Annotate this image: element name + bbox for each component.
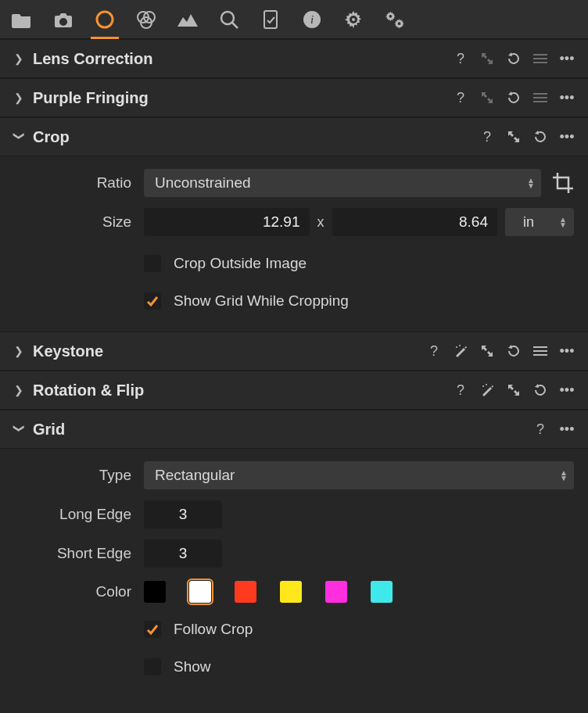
crop-outside-label: Crop Outside Image	[174, 255, 307, 272]
expand-icon[interactable]	[479, 50, 496, 67]
more-icon[interactable]: •••	[558, 342, 575, 360]
show-grid-checkbox[interactable]	[144, 292, 161, 310]
more-icon[interactable]: •••	[558, 89, 575, 106]
help-icon[interactable]: ?	[425, 342, 443, 360]
reset-icon[interactable]	[532, 128, 549, 145]
keystone-title: Keystone	[33, 342, 418, 360]
size-height-input[interactable]: 8.64	[332, 208, 498, 236]
color-label: Color	[14, 583, 131, 600]
lens-correction-title: Lens Correction	[33, 50, 444, 68]
purple-fringing-header[interactable]: ❯ Purple Fringing ? •••	[0, 78, 588, 117]
color-swatch[interactable]	[144, 581, 166, 603]
color-swatches	[144, 581, 393, 603]
lens-correction-header[interactable]: ❯ Lens Correction ? •••	[0, 39, 588, 78]
help-icon[interactable]: ?	[452, 89, 469, 106]
show-checkbox[interactable]	[144, 658, 161, 675]
chevron-right-icon: ❯	[14, 384, 25, 396]
svg-point-10	[459, 345, 461, 346]
more-icon[interactable]: •••	[558, 128, 575, 145]
exposure-tab-icon[interactable]	[177, 9, 199, 30]
library-tab-icon[interactable]	[11, 9, 33, 30]
color-swatch[interactable]	[325, 581, 347, 603]
auto-icon[interactable]	[452, 342, 469, 360]
type-label: Type	[14, 467, 131, 484]
purple-fringing-title: Purple Fringing	[33, 89, 444, 107]
settings-tab-icon[interactable]	[342, 9, 364, 30]
crop-tool-icon[interactable]	[552, 172, 574, 194]
color-tab-icon[interactable]	[135, 9, 157, 30]
more-icon[interactable]: •••	[558, 421, 575, 438]
ratio-value: Unconstrained	[155, 174, 251, 192]
chevron-right-icon: ❯	[14, 52, 25, 65]
auto-icon[interactable]	[479, 382, 496, 399]
expand-icon[interactable]	[505, 128, 522, 145]
svg-point-12	[486, 384, 487, 385]
svg-rect-6	[264, 11, 277, 28]
reset-icon[interactable]	[505, 89, 522, 106]
more-icon[interactable]: •••	[558, 382, 575, 399]
crop-body: Ratio Unconstrained ▲▼ Size 12.91 x 8.64…	[0, 156, 588, 331]
size-width-input[interactable]: 12.91	[144, 208, 310, 236]
chevron-down-icon: ❯	[13, 131, 26, 142]
camera-tab-icon[interactable]	[52, 9, 74, 30]
size-unit-stepper[interactable]: ▲▼	[552, 208, 574, 236]
follow-crop-checkbox[interactable]	[144, 621, 161, 638]
stepper-icon: ▲▼	[527, 177, 535, 188]
type-value: Rectangular	[155, 467, 235, 484]
adjustments-tab-icon[interactable]	[260, 9, 281, 30]
grid-title: Grid	[33, 421, 524, 439]
metadata-tab-icon[interactable]: i	[301, 9, 323, 30]
help-icon[interactable]: ?	[532, 421, 549, 438]
color-swatch[interactable]	[371, 581, 393, 603]
help-icon[interactable]: ?	[452, 50, 469, 67]
more-icon[interactable]: •••	[558, 50, 575, 67]
keystone-header[interactable]: ❯ Keystone ? •••	[0, 331, 588, 371]
chevron-down-icon: ❯	[13, 424, 26, 435]
presets-icon[interactable]	[532, 50, 549, 67]
grid-body: Type Rectangular ▲▼ Long Edge 3 Short Ed…	[0, 449, 588, 697]
batch-tab-icon[interactable]	[384, 9, 406, 30]
show-label: Show	[174, 658, 211, 675]
svg-point-11	[482, 385, 484, 387]
follow-crop-label: Follow Crop	[174, 621, 253, 638]
ratio-select[interactable]: Unconstrained ▲▼	[144, 169, 541, 197]
crop-title: Crop	[33, 128, 471, 146]
expand-icon[interactable]	[479, 342, 496, 360]
tool-tab-bar: i	[0, 0, 588, 39]
details-tab-icon[interactable]	[218, 9, 240, 30]
crop-header[interactable]: ❯ Crop ? •••	[0, 117, 588, 156]
color-swatch[interactable]	[189, 581, 211, 603]
type-select[interactable]: Rectangular ▲▼	[144, 461, 574, 489]
reset-icon[interactable]	[505, 50, 522, 67]
color-swatch[interactable]	[280, 581, 302, 603]
long-edge-label: Long Edge	[14, 506, 131, 523]
crop-outside-checkbox[interactable]	[144, 255, 161, 272]
presets-icon[interactable]	[532, 342, 549, 360]
reset-icon[interactable]	[532, 382, 549, 399]
grid-header[interactable]: ❯ Grid ? •••	[0, 410, 588, 449]
color-swatch[interactable]	[235, 581, 256, 603]
size-unit[interactable]: in	[505, 208, 552, 236]
help-icon[interactable]: ?	[452, 382, 469, 399]
expand-icon[interactable]	[479, 89, 496, 106]
short-edge-label: Short Edge	[14, 545, 131, 562]
presets-icon[interactable]	[532, 89, 549, 106]
ratio-label: Ratio	[14, 174, 131, 192]
rotation-flip-header[interactable]: ❯ Rotation & Flip ? •••	[0, 371, 588, 410]
svg-point-4	[221, 12, 234, 24]
help-icon[interactable]: ?	[479, 128, 496, 145]
short-edge-input[interactable]: 3	[144, 539, 222, 568]
rotation-flip-title: Rotation & Flip	[33, 382, 444, 399]
svg-text:i: i	[310, 13, 314, 26]
long-edge-input[interactable]: 3	[144, 500, 222, 528]
size-label: Size	[14, 213, 131, 231]
reset-icon[interactable]	[505, 342, 522, 360]
expand-icon[interactable]	[505, 382, 522, 399]
svg-point-0	[97, 12, 113, 27]
svg-point-9	[456, 346, 457, 348]
size-separator: x	[317, 214, 324, 231]
lens-tab-icon[interactable]	[94, 9, 116, 30]
chevron-right-icon: ❯	[14, 91, 25, 104]
show-grid-label: Show Grid While Cropping	[174, 292, 349, 310]
svg-line-5	[232, 23, 238, 28]
